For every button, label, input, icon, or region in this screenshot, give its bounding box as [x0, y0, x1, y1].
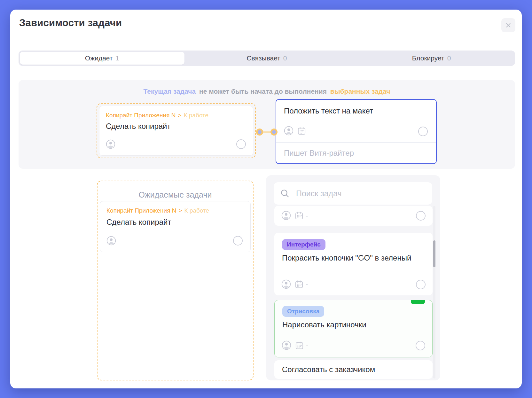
- assignee-avatar-icon: [281, 279, 291, 290]
- card-divider: [276, 142, 436, 143]
- task-dependencies-modal: Зависимости задачи Ожидает 1 Связывает 0…: [10, 10, 522, 388]
- task-title: Сделать копирайт: [106, 121, 171, 132]
- assignee-avatar-icon: [106, 236, 116, 247]
- scrollbar-track[interactable]: [433, 206, 435, 378]
- select-task-circle[interactable]: [418, 127, 428, 136]
- select-task-circle[interactable]: [416, 341, 425, 350]
- due-date-dash: -: [306, 280, 308, 289]
- tab-blocks-label: Блокирует: [412, 54, 444, 62]
- calendar-icon: [295, 211, 303, 221]
- due-date-dash: -: [306, 341, 308, 350]
- assignee-avatar-icon: [281, 211, 291, 222]
- breadcrumb: Копирайт Приложения N>К работе: [106, 112, 208, 119]
- note-middle-text: не может быть начата до выполнения: [199, 88, 327, 95]
- breadcrumb-status: К работе: [184, 112, 209, 119]
- breadcrumb-project: Копирайт Приложения N: [106, 112, 176, 119]
- assignee-avatar-icon: [282, 340, 291, 351]
- task-list-item-drawing-selected[interactable]: Отрисовка Нарисовать картиночки: [274, 300, 433, 357]
- select-task-circle[interactable]: [416, 280, 426, 289]
- tab-waiting-label: Ожидает: [85, 54, 113, 62]
- task-list-item-partial[interactable]: -: [274, 206, 433, 226]
- connector-dot-target[interactable]: [270, 129, 278, 136]
- breadcrumb-separator: >: [178, 112, 181, 119]
- source-task-dropzone: Копирайт Приложения N>К работе Сделать к…: [97, 103, 256, 158]
- waiting-tasks-panel: Ожидаемые задачи Копирайт Приложения N>К…: [97, 181, 254, 380]
- task-search-box: [274, 182, 432, 205]
- tab-blocks-count: 0: [447, 54, 451, 62]
- calendar-icon: [297, 127, 306, 137]
- waiting-panel-heading: Ожидаемые задачи: [98, 190, 253, 199]
- note-current-task: Текущая задача: [144, 88, 196, 95]
- close-icon: [505, 22, 512, 29]
- header-divider: [10, 40, 522, 40]
- tab-waiting-count: 1: [115, 54, 119, 62]
- tab-links-label: Связывает: [246, 54, 280, 62]
- breadcrumb-project: Копирайт Приложения N: [106, 207, 176, 214]
- task-title: Положить текст на макет: [284, 105, 373, 116]
- modal-title: Зависимости задачи: [19, 17, 122, 29]
- task-title: Сделать копирайт: [106, 217, 171, 228]
- tab-links[interactable]: Связывает 0: [184, 52, 349, 65]
- tab-links-count: 0: [283, 54, 287, 62]
- selected-indicator-pill: [411, 300, 425, 304]
- dependency-panel: Текущая задача не может быть начата до в…: [19, 80, 515, 169]
- task-list-item-approve[interactable]: Согласовать с заказчиком: [274, 360, 433, 379]
- select-task-circle[interactable]: [236, 139, 246, 149]
- tab-waiting[interactable]: Ожидает 1: [20, 52, 184, 65]
- tab-blocks[interactable]: Блокирует 0: [349, 52, 514, 65]
- task-title: Покрасить кнопочки "GO" в зеленый: [282, 253, 419, 263]
- scrollbar-thumb[interactable]: [433, 240, 435, 267]
- waiting-task-card[interactable]: Копирайт Приложения N>К работе Сделать к…: [100, 201, 251, 252]
- task-list-item-interface[interactable]: Интерфейс Покрасить кнопочки "GO" в зеле…: [274, 233, 433, 295]
- source-task-card[interactable]: Копирайт Приложения N>К работе Сделать к…: [99, 106, 253, 156]
- search-input[interactable]: [295, 189, 432, 199]
- tag-badge: Отрисовка: [282, 306, 324, 317]
- search-icon: [280, 189, 290, 198]
- breadcrumb-separator: >: [178, 207, 182, 214]
- dependency-note: Текущая задача не может быть начата до в…: [19, 88, 515, 95]
- breadcrumb: Копирайт Приложения N>К работе: [106, 207, 209, 214]
- assignee-avatar-icon: [106, 139, 115, 150]
- target-task-card[interactable]: Положить текст на макет: [276, 99, 437, 164]
- close-button[interactable]: [501, 18, 515, 32]
- select-task-circle[interactable]: [233, 236, 243, 246]
- tag-badge: Интерфейс: [282, 239, 325, 250]
- dependency-note-input[interactable]: [283, 146, 425, 160]
- calendar-icon: [295, 341, 304, 351]
- task-title: Нарисовать картиночки: [282, 319, 420, 330]
- search-results-panel: - Интерфейс Покрасить кнопочки "GO" в зе…: [266, 175, 440, 380]
- select-task-circle[interactable]: [416, 211, 426, 221]
- due-date-dash: -: [306, 212, 308, 220]
- calendar-icon: [295, 280, 303, 290]
- breadcrumb-status: К работе: [184, 207, 209, 214]
- connector-dot-source[interactable]: [256, 129, 263, 136]
- task-title: Согласовать с заказчиком: [282, 364, 375, 375]
- assignee-avatar-icon: [284, 126, 293, 137]
- tab-bar: Ожидает 1 Связывает 0 Блокирует 0: [19, 51, 515, 66]
- note-selected-tasks: выбранных задач: [330, 88, 390, 95]
